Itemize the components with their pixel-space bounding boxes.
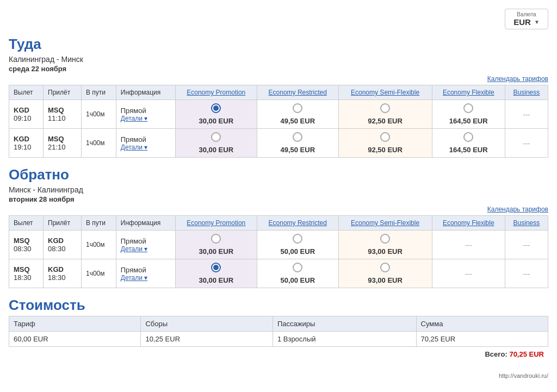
currency-label: Валюта bbox=[517, 11, 536, 17]
details-link[interactable]: Детали ▾ bbox=[121, 245, 171, 253]
footer-url: http://vandrouki.ru/ bbox=[499, 372, 548, 379]
chevron-down-icon: ▼ bbox=[534, 19, 540, 25]
currency-value: EUR ▼ bbox=[513, 17, 540, 27]
eco-flex-dashes: --- bbox=[465, 241, 472, 249]
outbound-date: среда 22 ноября bbox=[9, 65, 548, 73]
inbound-calendar-link[interactable]: Календарь тарифов bbox=[487, 206, 548, 213]
business-dashes: --- bbox=[523, 270, 530, 278]
radio-eco-semiflex[interactable] bbox=[380, 263, 390, 272]
radio-eco-flex[interactable] bbox=[463, 132, 473, 142]
eco-flex-dashes: --- bbox=[465, 270, 472, 278]
eco-semiflex-cell[interactable]: 92,50 EUR bbox=[338, 129, 432, 158]
cost-col-passengers: Пассажиры bbox=[273, 316, 416, 332]
eco-restricted-price: 50,00 EUR bbox=[262, 247, 334, 256]
cost-title: Стоимость bbox=[9, 297, 548, 314]
eco-restricted-cell[interactable]: 50,00 EUR bbox=[257, 231, 338, 259]
cost-passengers: 1 Взрослый bbox=[273, 332, 416, 347]
eco-semiflex-cell[interactable]: 93,00 EUR bbox=[338, 259, 432, 288]
depart-cell: MSQ08:30 bbox=[9, 231, 44, 259]
depart-code: MSQ bbox=[14, 237, 39, 245]
info-cell: ПрямойДетали ▾ bbox=[116, 231, 175, 259]
depart-code: KGD bbox=[14, 135, 39, 143]
outbound-calendar-link[interactable]: Календарь тарифов bbox=[487, 75, 548, 83]
currency-selector[interactable]: Валюта EUR ▼ bbox=[505, 9, 548, 29]
eco-restricted-cell[interactable]: 49,50 EUR bbox=[257, 129, 338, 158]
arrive-time: 18:30 bbox=[48, 273, 77, 282]
col-business-header[interactable]: Business bbox=[505, 85, 548, 100]
in-col-eco-flex-header[interactable]: Economy Flexible bbox=[432, 216, 505, 231]
radio-eco-semiflex[interactable] bbox=[380, 103, 390, 113]
in-col-info-header: Информация bbox=[116, 216, 175, 231]
radio-eco-restricted[interactable] bbox=[293, 263, 302, 272]
inbound-section: Обратно Минск - Калининград вторник 28 н… bbox=[9, 166, 548, 288]
eco-semiflex-price: 93,00 EUR bbox=[343, 276, 428, 284]
direct-label: Прямой bbox=[121, 237, 171, 245]
col-duration-header: В пути bbox=[81, 85, 116, 100]
col-info-header: Информация bbox=[116, 85, 175, 100]
eco-promo-cell[interactable]: 30,00 EUR bbox=[175, 231, 257, 259]
depart-cell: KGD19:10 bbox=[9, 129, 44, 158]
arrive-cell: MSQ11:10 bbox=[44, 100, 82, 129]
eco-promo-cell[interactable]: 30,00 EUR bbox=[175, 259, 257, 288]
radio-eco-promo[interactable] bbox=[211, 103, 221, 113]
depart-code: KGD bbox=[14, 106, 39, 114]
arrive-code: KGD bbox=[48, 265, 77, 273]
arrive-cell: MSQ21:10 bbox=[44, 129, 82, 158]
cost-tariff: 60,00 EUR bbox=[9, 332, 141, 347]
radio-eco-restricted[interactable] bbox=[293, 103, 302, 113]
eco-flex-cell[interactable]: --- bbox=[432, 259, 505, 288]
eco-promo-cell[interactable]: 30,00 EUR bbox=[175, 129, 257, 158]
cost-row: 60,00 EUR 10,25 EUR 1 Взрослый 70,25 EUR bbox=[9, 332, 548, 347]
eco-restricted-cell[interactable]: 49,50 EUR bbox=[257, 100, 338, 129]
inbound-route: Минск - Калининград bbox=[9, 185, 548, 194]
in-col-depart-header: Вылет bbox=[9, 216, 44, 231]
radio-eco-flex[interactable] bbox=[463, 103, 473, 113]
cost-section: Стоимость Тариф Сборы Пассажиры Сумма 60… bbox=[9, 297, 548, 362]
radio-eco-restricted[interactable] bbox=[293, 132, 302, 142]
in-col-eco-restricted-header[interactable]: Economy Restricted bbox=[257, 216, 338, 231]
radio-eco-promo[interactable] bbox=[211, 234, 221, 244]
eco-flex-cell[interactable]: 164,50 EUR bbox=[432, 100, 505, 129]
in-col-business-header[interactable]: Business bbox=[505, 216, 548, 231]
details-link[interactable]: Детали ▾ bbox=[121, 274, 171, 282]
inbound-table: Вылет Прилёт В пути Информация Economy P… bbox=[9, 215, 548, 288]
arrive-time: 21:10 bbox=[48, 143, 77, 151]
business-dashes: --- bbox=[523, 110, 530, 119]
radio-eco-promo[interactable] bbox=[211, 132, 221, 142]
business-cell: --- bbox=[505, 100, 548, 129]
info-cell: ПрямойДетали ▾ bbox=[116, 100, 175, 129]
in-col-eco-semiflex-header[interactable]: Economy Semi-Flexible bbox=[338, 216, 432, 231]
eco-semiflex-cell[interactable]: 93,00 EUR bbox=[338, 231, 432, 259]
in-col-eco-promo-header[interactable]: Economy Promotion bbox=[175, 216, 257, 231]
table-row: MSQ08:30KGD08:301ч00мПрямойДетали ▾30,00… bbox=[9, 231, 548, 259]
radio-eco-restricted[interactable] bbox=[293, 234, 302, 244]
col-eco-flex-header[interactable]: Economy Flexible bbox=[432, 85, 505, 100]
duration-cell: 1ч00м bbox=[81, 259, 116, 288]
eco-promo-cell[interactable]: 30,00 EUR bbox=[175, 100, 257, 129]
radio-eco-promo[interactable] bbox=[211, 263, 221, 272]
direct-label: Прямой bbox=[121, 135, 171, 144]
details-link[interactable]: Детали ▾ bbox=[121, 115, 171, 122]
eco-restricted-cell[interactable]: 50,00 EUR bbox=[257, 259, 338, 288]
depart-cell: KGD09:10 bbox=[9, 100, 44, 129]
col-eco-restricted-header[interactable]: Economy Restricted bbox=[257, 85, 338, 100]
cost-fees: 10,25 EUR bbox=[141, 332, 273, 347]
radio-eco-semiflex[interactable] bbox=[380, 234, 390, 244]
eco-flex-cell[interactable]: 164,50 EUR bbox=[432, 129, 505, 158]
cost-table: Тариф Сборы Пассажиры Сумма 60,00 EUR 10… bbox=[9, 316, 548, 347]
col-eco-promo-header[interactable]: Economy Promotion bbox=[175, 85, 257, 100]
outbound-calendar-row: Календарь тарифов bbox=[9, 75, 548, 83]
eco-restricted-price: 49,50 EUR bbox=[262, 146, 334, 154]
col-eco-semiflex-header[interactable]: Economy Semi-Flexible bbox=[338, 85, 432, 100]
eco-semiflex-cell[interactable]: 92,50 EUR bbox=[338, 100, 432, 129]
business-cell: --- bbox=[505, 129, 548, 158]
col-depart-header: Вылет bbox=[9, 85, 44, 100]
in-col-arrive-header: Прилёт bbox=[44, 216, 82, 231]
business-cell: --- bbox=[505, 231, 548, 259]
eco-promo-price: 30,00 EUR bbox=[180, 276, 252, 284]
eco-flex-cell[interactable]: --- bbox=[432, 231, 505, 259]
eco-semiflex-price: 92,50 EUR bbox=[343, 117, 428, 125]
details-link[interactable]: Детали ▾ bbox=[121, 144, 171, 151]
total-amount: 70,25 EUR bbox=[509, 350, 544, 358]
radio-eco-semiflex[interactable] bbox=[380, 132, 390, 142]
